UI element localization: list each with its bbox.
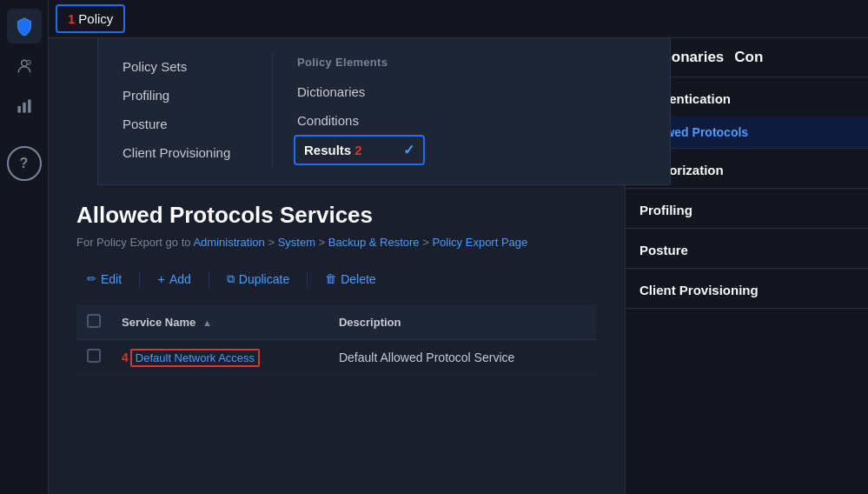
sidebar-user-icon[interactable]: +: [7, 49, 42, 83]
dropdown-client-provisioning[interactable]: Client Provisioning: [119, 138, 251, 167]
delete-button[interactable]: 🗑 Delete: [315, 267, 386, 291]
table-header-checkbox: [76, 305, 111, 340]
dropdown-right-col: Policy Elements Dictionaries Conditions …: [272, 52, 446, 167]
right-panel-title2: Con: [734, 49, 763, 66]
toolbar: ✏ Edit + Add ⧉ Duplicate 🗑: [76, 266, 597, 291]
results-check-icon: ✓: [403, 142, 414, 158]
svg-rect-3: [17, 106, 20, 113]
table-header-service-name[interactable]: Service Name ▲: [111, 305, 328, 340]
delete-icon: 🗑: [325, 272, 336, 285]
page-subtitle: For Policy Export go to Administration >…: [76, 236, 597, 249]
dropdown-left-col: Policy Sets Profiling Posture Client Pro…: [98, 52, 272, 167]
nav-policy[interactable]: 1 Policy: [56, 4, 125, 33]
top-nav: 1 Policy: [49, 0, 868, 38]
table-cell-checkbox: [76, 340, 111, 375]
sidebar-chart-icon[interactable]: [7, 89, 42, 124]
right-section-client-provisioning: Client Provisioning: [626, 269, 868, 309]
sidebar-policy-icon[interactable]: [7, 9, 42, 43]
sidebar: + ?: [0, 0, 49, 494]
header-checkbox[interactable]: [87, 314, 101, 328]
row-checkbox[interactable]: [87, 349, 101, 363]
results-label: Results2: [304, 143, 362, 157]
svg-rect-5: [28, 100, 30, 113]
table-row: 4Default Network Access Default Allowed …: [76, 340, 597, 375]
right-section-profiling: Profiling: [626, 189, 868, 229]
subtitle-prefix: For Policy Export go to: [76, 236, 191, 249]
duplicate-icon: ⧉: [227, 272, 235, 286]
sort-icon: ▲: [202, 317, 212, 328]
svg-rect-4: [23, 103, 25, 113]
policy-elements-title: Policy Elements: [294, 52, 425, 77]
subtitle-link-export[interactable]: Policy Export Page: [432, 236, 527, 249]
main-wrapper: 1 Policy Policy Sets Profiling Posture C…: [49, 0, 868, 494]
profiling-title: Profiling: [626, 189, 868, 228]
table-header-description: Description: [328, 305, 597, 340]
add-icon: +: [157, 271, 165, 286]
page-title: Allowed Protocols Services: [76, 202, 597, 229]
dropdown-conditions[interactable]: Conditions: [294, 106, 425, 135]
policy-dropdown: Policy Sets Profiling Posture Client Pro…: [97, 38, 671, 185]
policy-badge: 1: [68, 11, 75, 26]
nav-policy-label: Policy: [78, 11, 113, 26]
table-cell-description: Default Allowed Protocol Service: [328, 340, 597, 375]
table-cell-service-name: 4Default Network Access: [111, 340, 328, 375]
subtitle-link-system[interactable]: System: [278, 236, 315, 249]
dropdown-posture[interactable]: Posture: [119, 110, 251, 138]
sidebar-help-icon[interactable]: ?: [7, 146, 42, 181]
add-button[interactable]: + Add: [147, 266, 202, 291]
subtitle-link-admin[interactable]: Administration: [193, 236, 264, 249]
posture-title: Posture: [626, 229, 868, 268]
subtitle-link-backup[interactable]: Backup & Restore: [328, 236, 420, 249]
service-link[interactable]: Default Network Access: [130, 349, 260, 367]
row-badge: 4: [122, 350, 129, 364]
client-provisioning-title: Client Provisioning: [626, 269, 868, 308]
dropdown-profiling[interactable]: Profiling: [119, 81, 251, 110]
dropdown-results[interactable]: Results2 ✓: [294, 135, 425, 165]
services-table: Service Name ▲ Description: [76, 305, 597, 375]
dropdown-dictionaries[interactable]: Dictionaries: [294, 77, 425, 106]
right-section-posture: Posture: [626, 229, 868, 269]
dropdown-policy-sets[interactable]: Policy Sets: [119, 52, 251, 81]
toolbar-divider-2: [209, 270, 209, 288]
edit-icon: ✏: [87, 272, 96, 285]
page-content: Allowed Protocols Services For Policy Ex…: [49, 177, 625, 494]
toolbar-divider-3: [307, 270, 308, 288]
toolbar-divider-1: [139, 270, 140, 288]
edit-button[interactable]: ✏ Edit: [76, 267, 132, 291]
duplicate-button[interactable]: ⧉ Duplicate: [216, 267, 300, 291]
results-badge: 2: [354, 143, 361, 157]
